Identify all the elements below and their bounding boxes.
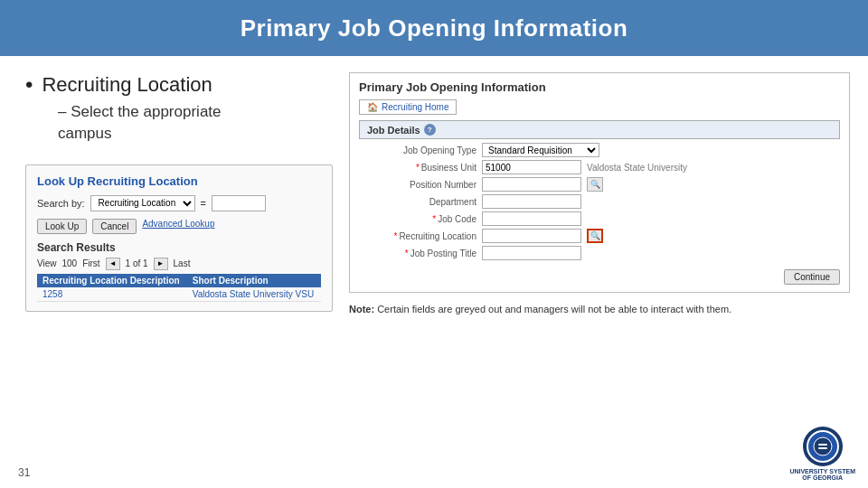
- field-row-position-number: Position Number 🔍: [359, 177, 840, 192]
- note-section: Note: Certain fields are greyed out and …: [349, 302, 850, 317]
- col-header-1: Recruiting Location Description: [37, 274, 187, 287]
- info-icon[interactable]: ?: [424, 124, 436, 136]
- search-results-title: Search Results: [37, 241, 321, 254]
- recruiting-location-search-icon[interactable]: 🔍: [587, 229, 603, 243]
- continue-button[interactable]: Continue: [784, 269, 840, 285]
- bullet-section: • Recruiting Location – Select the appro…: [25, 72, 333, 145]
- usg-logo: UNIVERSITY SYSTEMOF GEORGIA: [789, 427, 855, 481]
- field-row-recruiting-location: Recruiting Location 🔍: [359, 229, 840, 243]
- business-unit-label: Business Unit: [359, 163, 476, 173]
- col-header-2: Short Description: [187, 274, 321, 287]
- sub-item-2: campus: [58, 123, 333, 145]
- job-posting-title-input[interactable]: [482, 246, 581, 260]
- recruiting-location-input[interactable]: [482, 229, 581, 243]
- house-icon: 🏠: [367, 102, 378, 112]
- job-details-bar: Job Details ?: [359, 120, 840, 139]
- lookup-button[interactable]: Look Up: [37, 219, 87, 234]
- svg-point-0: [814, 437, 832, 455]
- lookup-box-title: Look Up Recruiting Location: [37, 174, 321, 188]
- usg-inner: [807, 430, 839, 463]
- job-code-input[interactable]: [482, 211, 581, 226]
- left-panel: • Recruiting Location – Select the appro…: [25, 72, 333, 479]
- recruiting-location-label: Recruiting Location: [359, 231, 476, 241]
- bullet-dot: •: [25, 72, 33, 98]
- usg-text: UNIVERSITY SYSTEMOF GEORGIA: [789, 468, 855, 481]
- last-label: Last: [174, 258, 191, 268]
- business-unit-input[interactable]: [482, 160, 581, 174]
- results-table: Recruiting Location Description Short De…: [37, 274, 321, 302]
- note-bold: Note:: [349, 304, 374, 314]
- field-row-business-unit: Business Unit Valdosta State University: [359, 160, 840, 174]
- search-by-label: Search by:: [37, 198, 85, 209]
- note-body: Certain fields are greyed out and manage…: [377, 304, 731, 314]
- field-row-job-code: Job Code: [359, 211, 840, 226]
- bullet-label: Recruiting Location: [42, 73, 212, 97]
- job-posting-title-label: Job Posting Title: [359, 249, 476, 258]
- usg-circle: [803, 427, 843, 466]
- position-number-label: Position Number: [359, 180, 476, 190]
- business-unit-note: Valdosta State University: [587, 163, 687, 173]
- form-box: Primary Job Opening Information 🏠 Recrui…: [349, 72, 850, 293]
- header-title: Primary Job Opening Information: [241, 14, 628, 42]
- equals-sign: =: [201, 198, 206, 209]
- cancel-button[interactable]: Cancel: [92, 219, 137, 234]
- field-row-job-posting-title: Job Posting Title: [359, 246, 840, 260]
- header: Primary Job Opening Information: [0, 0, 868, 56]
- job-details-label: Job Details: [367, 125, 420, 136]
- svg-rect-2: [818, 447, 827, 449]
- view-label: View: [37, 258, 57, 268]
- lookup-search-row: Search by: Recruiting Location =: [37, 195, 321, 211]
- sub-item-1: – Select the appropriate: [58, 101, 333, 123]
- job-opening-type-label: Job Opening Type: [359, 145, 476, 155]
- department-input[interactable]: [482, 194, 581, 209]
- recruiting-home-label: Recruiting Home: [382, 102, 448, 112]
- cell-recruiting-loc: 1258: [37, 287, 187, 302]
- next-page-button[interactable]: ►: [154, 258, 168, 270]
- main-content: • Recruiting Location – Select the appro…: [0, 56, 868, 488]
- view-row: View 100 First ◄ 1 of 1 ► Last: [37, 258, 321, 270]
- position-number-search-icon[interactable]: 🔍: [587, 177, 603, 192]
- department-label: Department: [359, 197, 476, 207]
- prev-page-button[interactable]: ◄: [106, 258, 120, 270]
- slide-number: 31: [18, 466, 30, 479]
- lookup-box: Look Up Recruiting Location Search by: R…: [25, 164, 333, 312]
- form-fields: Job Opening Type Standard Requisition Bu…: [359, 143, 840, 260]
- page-info: 1 of 1: [126, 258, 148, 268]
- table-row[interactable]: 1258 Valdosta State University VSU: [37, 287, 321, 302]
- search-by-select[interactable]: Recruiting Location: [90, 195, 195, 211]
- bullet-title: • Recruiting Location: [25, 72, 333, 98]
- job-code-label: Job Code: [359, 214, 476, 224]
- field-row-department: Department: [359, 194, 840, 209]
- position-number-input[interactable]: [482, 177, 581, 192]
- note-text: Note: Certain fields are greyed out and …: [349, 302, 731, 317]
- form-box-title: Primary Job Opening Information: [359, 80, 840, 94]
- svg-rect-1: [818, 444, 827, 446]
- advanced-lookup-link[interactable]: Advanced Lookup: [142, 219, 214, 234]
- first-label: First: [82, 258, 99, 268]
- right-panel: Primary Job Opening Information 🏠 Recrui…: [349, 72, 850, 479]
- job-opening-type-select[interactable]: Standard Requisition: [482, 143, 599, 157]
- view-count: 100: [62, 258, 78, 268]
- lookup-btn-row: Look Up Cancel Advanced Lookup: [37, 219, 321, 234]
- lookup-search-input[interactable]: [212, 195, 266, 211]
- cell-description: Valdosta State University VSU: [187, 287, 321, 302]
- usg-emblem-icon: [813, 436, 833, 456]
- field-row-job-opening-type: Job Opening Type Standard Requisition: [359, 143, 840, 157]
- recruiting-home-button[interactable]: 🏠 Recruiting Home: [359, 99, 457, 115]
